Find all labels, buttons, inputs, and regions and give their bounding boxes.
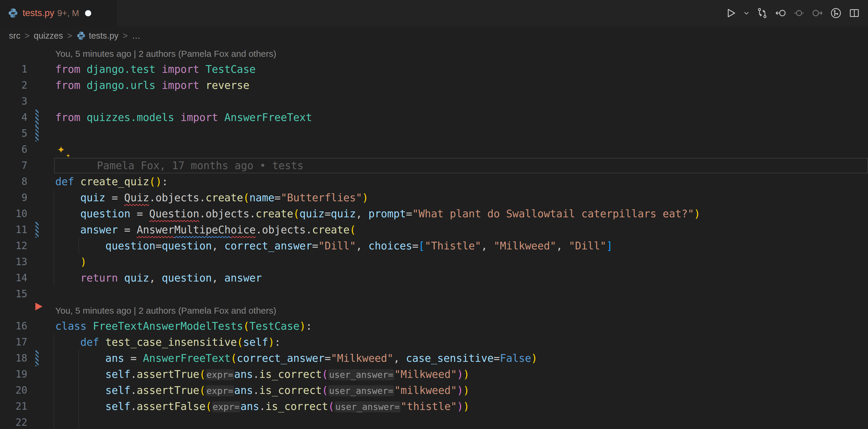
indent-guide xyxy=(79,238,79,254)
split-editor-button[interactable] xyxy=(847,5,862,21)
code-line: 6✦✦ xyxy=(0,142,868,158)
inlay-hint: expr= xyxy=(206,369,234,380)
code-line-content[interactable]: ans = AnswerFreeText(correct_answer="Mil… xyxy=(55,350,868,366)
line-number[interactable]: 18 xyxy=(0,350,27,366)
line-number[interactable]: 10 xyxy=(0,206,27,222)
git-modified-gutter-indicator[interactable] xyxy=(35,125,39,142)
editor-tab-bar: tests.py 9+, M xyxy=(0,0,868,26)
line-number[interactable]: 17 xyxy=(0,334,27,350)
indent-guide xyxy=(79,366,79,382)
breadcrumb-item-tests-py[interactable]: tests.py xyxy=(76,31,119,41)
line-number[interactable]: 11 xyxy=(0,222,27,238)
git-deleted-gutter-marker-icon[interactable] xyxy=(35,303,42,310)
code-token: django.urls xyxy=(87,80,155,91)
next-change-button[interactable] xyxy=(810,5,825,21)
compare-changes-button[interactable] xyxy=(754,5,770,21)
run-options-chevron-button[interactable] xyxy=(741,5,751,21)
line-number[interactable]: 12 xyxy=(0,238,27,254)
code-editor: You, 5 minutes ago | 2 authors (Pamela F… xyxy=(0,45,868,429)
line-number[interactable]: 5 xyxy=(0,125,27,142)
line-number[interactable]: 19 xyxy=(0,366,27,382)
line-number[interactable]: 1 xyxy=(0,61,27,77)
breadcrumb-item-src[interactable]: src xyxy=(9,31,21,41)
code-line-content[interactable] xyxy=(55,415,868,429)
code-line-content[interactable]: question = Question.objects.create(quiz=… xyxy=(55,206,868,222)
line-number[interactable]: 2 xyxy=(0,77,27,93)
git-modified-gutter-indicator[interactable] xyxy=(35,110,39,125)
line-number[interactable]: 14 xyxy=(0,270,27,286)
line-number[interactable]: 13 xyxy=(0,254,27,270)
code-line-content[interactable]: from django.test import TestCase xyxy=(55,61,868,77)
code-line: 9 quiz = Quiz.objects.create(name="Butte… xyxy=(0,190,868,206)
line-number[interactable]: 21 xyxy=(0,398,27,415)
code-line-content[interactable] xyxy=(55,93,868,110)
indent-guide xyxy=(54,190,54,206)
code-token: quiz xyxy=(80,192,105,204)
line-number[interactable]: 22 xyxy=(0,415,27,429)
code-line-content[interactable]: self.assertTrue(expr=ans.is_correct(user… xyxy=(55,382,868,398)
code-line-content[interactable]: self.assertFalse(expr=ans.is_correct(use… xyxy=(55,398,868,415)
code-token: self xyxy=(105,385,130,396)
code-token: ) xyxy=(694,208,700,220)
run-python-file-icon xyxy=(725,7,737,19)
run-python-file-button[interactable] xyxy=(723,5,738,21)
line-number[interactable]: 16 xyxy=(0,318,27,334)
blame-annotation: You, 5 minutes ago | 2 authors (Pamela F… xyxy=(55,302,868,318)
gitlens-graph-button[interactable] xyxy=(828,5,844,21)
breadcrumb-label: … xyxy=(132,31,141,41)
code-token: name xyxy=(249,192,274,204)
code-line-content[interactable]: from django.urls import reverse xyxy=(55,77,868,93)
code-token xyxy=(55,272,80,284)
code-line-content[interactable]: ✦✦ xyxy=(55,142,868,158)
line-number[interactable]: 15 xyxy=(0,286,27,302)
tab-tests-py[interactable]: tests.py 9+, M xyxy=(0,0,117,26)
code-line: 13 ) xyxy=(0,254,868,270)
line-number[interactable]: 20 xyxy=(0,382,27,398)
code-line-content[interactable]: return quiz, question, answer xyxy=(55,270,868,286)
code-line-content[interactable] xyxy=(55,286,868,302)
code-line-content[interactable]: answer = AnswerMultipeChoice.objects.cre… xyxy=(55,222,868,238)
code-token xyxy=(55,256,80,268)
code-token: FreeTextAnswerModelTests xyxy=(93,320,243,332)
code-token xyxy=(174,112,180,123)
code-line-content[interactable]: Pamela Fox, 17 months ago • tests xyxy=(55,158,868,174)
git-modified-gutter-indicator[interactable] xyxy=(35,222,39,238)
code-line-content[interactable]: self.assertTrue(expr=ans.is_correct(user… xyxy=(55,366,868,382)
line-number[interactable]: 8 xyxy=(0,174,27,190)
unsaved-changes-dot-icon[interactable] xyxy=(85,10,91,17)
code-token: AnswerFreeText xyxy=(224,112,312,123)
code-token: question xyxy=(105,240,156,252)
breadcrumb-item-quizzes[interactable]: quizzes xyxy=(34,31,63,41)
code-token: "Butterflies" xyxy=(281,192,362,204)
code-line-content[interactable]: def create_quiz(): xyxy=(55,174,868,190)
code-line-content[interactable]: question=question, correct_answer="Dill"… xyxy=(55,238,868,254)
breadcrumb-item-more[interactable]: … xyxy=(132,31,141,41)
code-line-content[interactable]: def test_case_insensitive(self): xyxy=(55,334,868,350)
code-token: def xyxy=(55,176,74,188)
line-number[interactable]: 3 xyxy=(0,93,27,110)
previous-change-icon xyxy=(775,7,786,19)
code-token: quiz xyxy=(331,208,356,220)
code-line-content[interactable]: from quizzes.models import AnswerFreeTex… xyxy=(55,110,868,125)
code-line-content[interactable]: class FreeTextAnswerModelTests(TestCase)… xyxy=(55,318,868,334)
code-token: import xyxy=(180,112,218,123)
git-modified-gutter-indicator[interactable] xyxy=(35,350,39,366)
git-blame-text: You, 5 minutes ago | 2 authors (Pamela F… xyxy=(55,49,276,59)
code-token: is_correct xyxy=(259,385,322,396)
code-token: from xyxy=(55,63,80,75)
code-token: ) xyxy=(463,400,469,412)
open-changes-button[interactable] xyxy=(791,5,807,21)
code-token: ( xyxy=(293,208,300,220)
line-number[interactable]: 6 xyxy=(0,142,27,158)
line-number[interactable]: 9 xyxy=(0,190,27,206)
line-number[interactable]: 4 xyxy=(0,110,27,125)
previous-change-button[interactable] xyxy=(773,5,788,21)
code-token xyxy=(55,352,105,364)
code-line-content[interactable] xyxy=(55,125,868,142)
sparkle-large-icon: ✦ xyxy=(57,142,65,155)
indent-guide xyxy=(79,350,79,366)
code-line-content[interactable]: ) xyxy=(55,254,868,270)
code-line-content[interactable]: quiz = Quiz.objects.create(name="Butterf… xyxy=(55,190,868,206)
code-token: ans xyxy=(105,352,124,364)
line-number[interactable]: 7 xyxy=(0,158,27,174)
